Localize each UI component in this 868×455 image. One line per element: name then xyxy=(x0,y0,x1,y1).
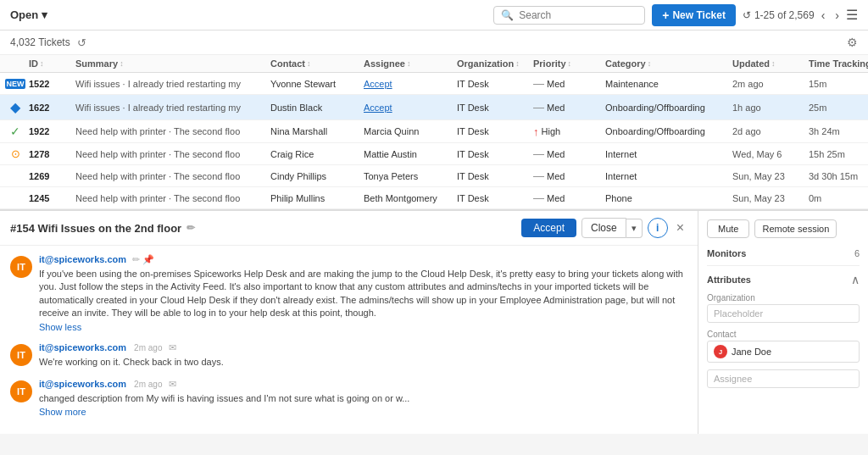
tickets-header: 4,032 Tickets ↺ ⚙ xyxy=(0,31,868,55)
assignee-accept-link[interactable]: Accept xyxy=(364,79,392,89)
monitors-label: Monitors xyxy=(707,248,746,258)
show-link[interactable]: Show less xyxy=(39,322,687,332)
table-row[interactable]: ◆ 1622 Wifi issues · I already tried res… xyxy=(0,95,868,120)
search-input[interactable] xyxy=(519,9,637,21)
cell-summary: Need help with printer · The second floo xyxy=(75,126,270,136)
mute-button[interactable]: Mute xyxy=(707,219,749,238)
cell-contact: Yvonne Stewart xyxy=(270,79,364,89)
search-box[interactable]: 🔍 xyxy=(493,6,645,25)
activity-item: IT it@spiceworks.com ✏📌 If you've been u… xyxy=(10,254,687,332)
top-bar-left: Open ▾ xyxy=(10,8,47,21)
cell-priority: — Med xyxy=(533,191,605,204)
cell-updated: Wed, May 6 xyxy=(732,149,809,159)
col-priority[interactable]: Priority ↕ xyxy=(533,58,605,69)
contact-name: Jane Doe xyxy=(732,347,771,357)
assignee-accept-link[interactable]: Accept xyxy=(364,103,392,113)
cell-org: IT Desk xyxy=(457,126,533,136)
priority-med-icon: — xyxy=(533,77,544,90)
sidebar-action-buttons: Mute Remote session xyxy=(707,219,860,238)
show-link[interactable]: Show more xyxy=(39,407,687,417)
close-dropdown-button[interactable]: ▾ xyxy=(626,219,643,238)
activity-text: If you've been using the on-premises Spi… xyxy=(39,268,687,320)
attributes-header: Attributes ∧ xyxy=(707,265,860,286)
table-row[interactable]: 1269 Need help with printer · The second… xyxy=(0,165,868,187)
col-updated[interactable]: Updated ↕ xyxy=(732,58,809,69)
cell-updated: 2d ago xyxy=(732,126,809,136)
activity-time: 2m ago xyxy=(134,343,162,352)
cell-category: Internet xyxy=(605,171,732,181)
col-contact[interactable]: Contact ↕ xyxy=(270,58,364,69)
view-menu-icon[interactable]: ☰ xyxy=(846,7,858,23)
table-row[interactable]: NEW 1522 Wifi issues · I already tried r… xyxy=(0,73,868,95)
cell-contact: Cindy Phillips xyxy=(270,171,364,181)
cell-category: Maintenance xyxy=(605,79,732,89)
selected-icon: ◆ xyxy=(5,99,25,115)
col-assignee[interactable]: Assignee ↕ xyxy=(364,58,457,69)
table-row[interactable]: ✓ 1922 Need help with printer · The seco… xyxy=(0,120,868,143)
cell-icon: ◆ xyxy=(5,99,29,115)
cell-category: Phone xyxy=(605,193,732,203)
col-summary[interactable]: Summary ↕ xyxy=(75,58,270,69)
accept-button[interactable]: Accept xyxy=(521,219,576,237)
cell-category: Onboarding/Offboarding xyxy=(605,126,732,136)
cell-category: Internet xyxy=(605,149,732,159)
detail-header: #154 Wifi Issues on the 2nd floor ✏ Acce… xyxy=(0,211,698,246)
avatar: IT xyxy=(10,380,32,402)
monitors-row: Monitors 6 xyxy=(707,248,860,258)
info-button[interactable]: i xyxy=(648,218,668,238)
count-nav: ↺ 1-25 of 2,569 ‹ › ☰ xyxy=(743,7,858,24)
table-header: ID ↕ Summary ↕ Contact ↕ Assignee ↕ Orga… xyxy=(0,55,868,73)
new-ticket-button[interactable]: + New Ticket xyxy=(652,4,736,26)
activity-from: it@spiceworks.com xyxy=(39,379,126,389)
search-icon: 🔍 xyxy=(501,9,514,21)
activity-item: IT it@spiceworks.com 2m ago ✉ We're work… xyxy=(10,342,687,369)
cell-summary: Wifi issues · I already tried restarting… xyxy=(75,103,270,113)
cell-org: IT Desk xyxy=(457,79,533,89)
activity-time: 2m ago xyxy=(134,380,162,389)
col-time[interactable]: Time Tracking ↕ xyxy=(809,58,868,69)
cell-org: IT Desk xyxy=(457,193,533,203)
cell-org: IT Desk xyxy=(457,149,533,159)
col-org[interactable]: Organization ↕ xyxy=(457,58,533,69)
contact-avatar: J xyxy=(714,345,727,358)
table-row[interactable]: 1245 Need help with printer · The second… xyxy=(0,187,868,209)
detail-actions: Accept Close ▾ i × xyxy=(521,218,687,238)
col-category[interactable]: Category ↕ xyxy=(605,58,732,69)
new-ticket-label: New Ticket xyxy=(672,9,725,21)
edit-icon[interactable]: ✏ xyxy=(186,222,195,234)
activity-text: We're working on it. Check back in two d… xyxy=(39,356,687,369)
next-page-button[interactable]: › xyxy=(832,7,843,24)
cell-id: 1622 xyxy=(29,103,75,113)
new-badge-icon: NEW xyxy=(5,79,25,89)
activity-content: it@spiceworks.com 2m ago ✉ changed descr… xyxy=(39,379,687,417)
contact-field-input[interactable]: J Jane Doe xyxy=(707,341,860,363)
cell-summary: Need help with printer · The second floo xyxy=(75,149,270,159)
detail-title: #154 Wifi Issues on the 2nd floor ✏ xyxy=(10,222,195,235)
cell-summary: Wifi issues · I already tried restarting… xyxy=(75,79,270,89)
activity-icon: 📌 xyxy=(142,254,154,265)
cell-contact: Dustin Black xyxy=(270,103,364,113)
close-btn-group: Close ▾ xyxy=(581,218,643,238)
cell-summary: Need help with printer · The second floo xyxy=(75,193,270,203)
org-field-input[interactable]: Placeholder xyxy=(707,304,860,323)
refresh-small-icon[interactable]: ↺ xyxy=(743,9,751,21)
collapse-icon[interactable]: ∧ xyxy=(851,273,860,286)
cell-assignee: Accept xyxy=(364,79,457,89)
gear-icon[interactable]: ⚙ xyxy=(847,36,858,49)
table-row[interactable]: ⊙ 1278 Need help with printer · The seco… xyxy=(0,143,868,165)
cell-priority: ↑ High xyxy=(533,125,605,138)
col-id[interactable]: ID ↕ xyxy=(29,58,75,69)
open-dropdown[interactable]: Open ▾ xyxy=(10,8,47,21)
top-bar-right: 🔍 + New Ticket ↺ 1-25 of 2,569 ‹ › ☰ xyxy=(493,4,858,26)
remote-session-button[interactable]: Remote session xyxy=(754,219,837,238)
close-main-button[interactable]: Close xyxy=(581,218,626,238)
assignee-field-input[interactable]: Assignee xyxy=(707,369,860,388)
close-detail-button[interactable]: × xyxy=(673,219,687,237)
activity-area: IT it@spiceworks.com ✏📌 If you've been u… xyxy=(0,246,698,434)
activity-icon: ✉ xyxy=(169,342,176,353)
detail-title-text: #154 Wifi Issues on the 2nd floor xyxy=(10,222,181,235)
prev-page-button[interactable]: ‹ xyxy=(818,7,829,24)
refresh-icon[interactable]: ↺ xyxy=(77,36,86,49)
activity-item: IT it@spiceworks.com 2m ago ✉ changed de… xyxy=(10,379,687,417)
detail-panel: #154 Wifi Issues on the 2nd floor ✏ Acce… xyxy=(0,209,868,434)
